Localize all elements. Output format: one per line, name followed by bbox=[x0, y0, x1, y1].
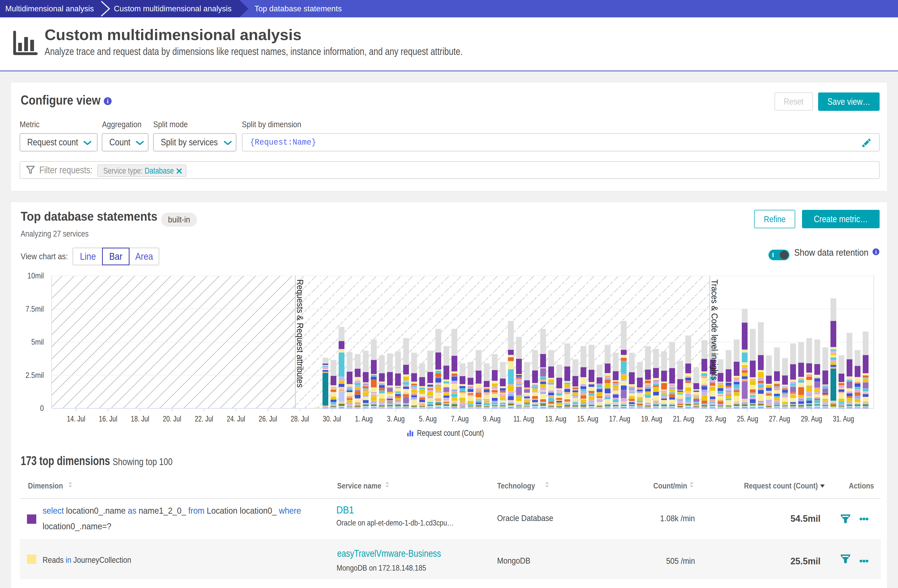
svg-text:21. Aug: 21. Aug bbox=[673, 415, 694, 423]
svg-text:2.5mil: 2.5mil bbox=[25, 371, 44, 379]
svg-text:10mil: 10mil bbox=[28, 271, 44, 280]
svg-text:i: i bbox=[107, 98, 109, 104]
svg-text:28. Jul: 28. Jul bbox=[291, 415, 309, 423]
svg-text:22. Jul: 22. Jul bbox=[195, 415, 213, 423]
svg-text:19. Aug: 19. Aug bbox=[641, 415, 662, 423]
svg-text:7. Aug: 7. Aug bbox=[451, 415, 469, 423]
svg-text:29. Aug: 29. Aug bbox=[801, 415, 822, 423]
svg-text:Requests & Request attributes: Requests & Request attributes bbox=[295, 279, 305, 387]
svg-text:20. Jul: 20. Jul bbox=[163, 415, 181, 423]
svg-text:1. Aug: 1. Aug bbox=[355, 415, 373, 423]
svg-text:30. Jul: 30. Jul bbox=[323, 415, 341, 423]
svg-text:0: 0 bbox=[40, 404, 44, 412]
svg-text:Traces & Code level insights: Traces & Code level insights bbox=[710, 279, 720, 380]
svg-text:17. Aug: 17. Aug bbox=[609, 415, 630, 423]
svg-text:27. Aug: 27. Aug bbox=[769, 415, 790, 423]
svg-text:7.5mil: 7.5mil bbox=[25, 305, 44, 313]
svg-text:31. Aug: 31. Aug bbox=[833, 415, 854, 423]
svg-text:15. Aug: 15. Aug bbox=[577, 415, 598, 423]
svg-text:26. Jul: 26. Jul bbox=[259, 415, 277, 423]
svg-text:11. Aug: 11. Aug bbox=[513, 415, 534, 423]
svg-text:i: i bbox=[875, 249, 876, 255]
svg-text:25. Aug: 25. Aug bbox=[737, 415, 758, 423]
svg-text:5mil: 5mil bbox=[31, 338, 44, 346]
svg-text:14. Jul: 14. Jul bbox=[67, 415, 85, 423]
svg-text:13. Aug: 13. Aug bbox=[545, 415, 566, 423]
svg-text:23. Aug: 23. Aug bbox=[705, 415, 726, 423]
svg-text:18. Jul: 18. Jul bbox=[131, 415, 149, 423]
svg-text:5. Aug: 5. Aug bbox=[419, 415, 437, 423]
svg-text:9. Aug: 9. Aug bbox=[483, 415, 501, 423]
svg-text:3. Aug: 3. Aug bbox=[387, 415, 404, 423]
svg-text:16. Jul: 16. Jul bbox=[99, 415, 117, 423]
svg-text:24. Jul: 24. Jul bbox=[227, 415, 245, 423]
